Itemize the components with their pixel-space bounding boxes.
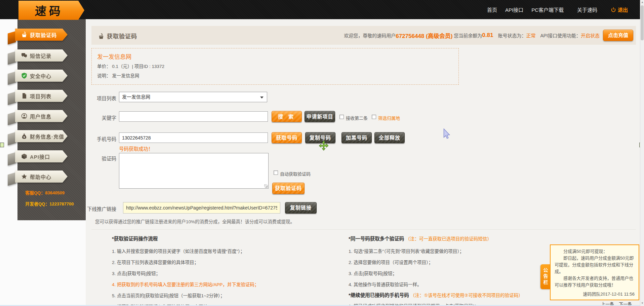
promo-link-label: 下线推广链接 [75, 205, 116, 212]
second-sms-label: 接收第二条 [346, 115, 368, 121]
service-qq: 客服QQ：83640509 [25, 189, 65, 196]
announcement-line: 分成满50元即可提现： [555, 248, 635, 255]
sidebar-item-sms-records[interactable]: 短信记录 [8, 49, 68, 62]
sidebar-item-help-center[interactable]: 帮助中心 [8, 170, 68, 183]
nav-api[interactable]: API接口 [505, 6, 523, 13]
instructions-right-note2: （注：①该号在线才可使用②可接收不同项目的验证码） [410, 293, 523, 298]
project-price-line: 单价： 0.1（元）| 项目ID : 13372 [97, 63, 164, 69]
ribbon-fold [8, 51, 16, 65]
welcome-prefix: 欢迎您，尊敬的速码用户 [344, 32, 396, 39]
resize-handle[interactable] [264, 184, 268, 188]
release-all-button[interactable]: 全部释放 [374, 132, 405, 143]
blacklist-number-button[interactable]: 加黑号码 [341, 132, 372, 143]
instructions-right-title2: *继续使用已接码的手机号码 （注：①该号在线才可使用②可接收不同项目的验证码） [349, 291, 523, 298]
keyword-label: 关键字 [75, 114, 116, 121]
promo-note: 您可以获得通过您的推广链接注册进来的用户10%的消费分成，全网最高！该分成可以消… [95, 218, 295, 225]
announcement-signature: 速码团队2017-12-01 11:56 [555, 291, 635, 297]
sidebar-item-project-list[interactable]: 项目列表 [8, 90, 68, 102]
section-divider [91, 229, 636, 230]
ribbon-fold [8, 132, 16, 146]
document-icon [21, 93, 27, 99]
ribbon-fold [8, 92, 16, 105]
get-code-button[interactable]: 获取验证码 [272, 183, 305, 194]
auto-get-code-checkbox[interactable] [274, 170, 278, 175]
get-number-button[interactable]: 获取号码 [272, 132, 302, 143]
shield-check-icon [21, 73, 27, 79]
scrollbar[interactable]: ▲ ▼ [640, 0, 644, 306]
search-button[interactable]: 搜 索 [272, 111, 302, 122]
ribbon-fold [8, 72, 16, 85]
phone-input[interactable] [119, 132, 268, 143]
instruction-step: 4. 其他操作与普通获取验证码一样。 [349, 281, 422, 288]
instruction-step: 2. 选择您要做的项目（可设置两个项目）； [349, 259, 433, 265]
balance-prefix: 您当前余额为 [454, 32, 482, 39]
nav-about[interactable]: 关于速码 [577, 6, 597, 13]
capture-handle [0, 143, 4, 147]
topbar: 首页 API接口 PC客户端下载 关于速码 退出 [0, 0, 644, 19]
region-filter-checkbox[interactable] [372, 115, 376, 119]
api-status-label: API接口使用功能： [540, 32, 581, 39]
logo-text: 速码 [34, 2, 68, 18]
instruction-step: 3. 点击[获取号码]按钮； [112, 270, 160, 276]
inbox-arrow-icon [98, 33, 104, 39]
welcome-line: 欢迎您，尊敬的速码用户 672756448 (高级会员) 您当前余额为 0.81… [344, 26, 600, 45]
instruction-step: 1. 输入并搜索您要做的项目关键字（如注册百度账号请搜“百度”）； [112, 247, 245, 254]
ribbon-fold [8, 152, 16, 166]
inbox-arrow-icon [21, 32, 27, 38]
new-project-button[interactable]: 申请新项目 [305, 111, 335, 122]
ribbon-fold [8, 31, 16, 45]
copy-number-button[interactable]: 复制号码 [305, 132, 335, 143]
user-circle-icon [21, 113, 27, 119]
sidebar-item-label: 帮助中心 [30, 173, 51, 180]
sidebar-item-security-center[interactable]: 安全中心 [8, 70, 68, 82]
project-info-box: 发一发信息网 单价： 0.1（元）| 项目ID : 13372 说明： 发一发信… [91, 48, 459, 85]
sidebar-item-label: 用户信息 [30, 113, 51, 120]
code-label: 验证码 [75, 155, 116, 162]
developer-qq: 开发者QQ：1223787700 [25, 200, 74, 207]
page-title: 获取验证码 [98, 32, 137, 40]
sidebar-item-get-code[interactable]: 获取验证码 [8, 29, 68, 41]
api-status-value: 开启状态 [581, 32, 600, 39]
sidebar-item-api[interactable]: API接口 [8, 150, 68, 162]
nav-home[interactable]: 首页 [487, 6, 497, 13]
ribbon-fold [8, 112, 16, 125]
user-id: 672756448 (高级会员) [396, 31, 452, 40]
chevron-down-icon [260, 97, 264, 99]
cube-3d-icon [21, 153, 27, 159]
project-name: 发一发信息网 [97, 52, 131, 61]
copy-link-button[interactable]: 复制链接 [285, 202, 317, 214]
logout-button[interactable]: 退出 [611, 6, 628, 13]
project-select[interactable]: 发一发信息网 [119, 92, 267, 102]
instruction-step: 3. 点击[获取号码]按钮； [349, 270, 397, 276]
account-status-value: 正常 [526, 32, 535, 39]
top-navigation: 首页 API接口 PC客户端下载 关于速码 退出 [487, 0, 628, 19]
sidebar-item-user-info[interactable]: 用户信息 [8, 110, 68, 122]
promo-link-input[interactable] [123, 202, 280, 214]
recharge-button[interactable]: 点击充值 [603, 30, 633, 41]
region-filter-label: 筛选归属地 [378, 115, 400, 121]
instruction-step: 5. 点击当前页的[获取验证码]按钮（一般获取1~2分钟）； [112, 292, 225, 299]
account-status-label: 账号状态为： [498, 32, 526, 39]
code-textarea[interactable] [119, 153, 269, 189]
second-sms-checkbox[interactable] [339, 115, 344, 119]
phone-status-message: 号码获取成功！ [119, 145, 153, 152]
logo[interactable]: 速码 [18, 1, 84, 20]
keyword-input[interactable] [119, 111, 268, 122]
announcement-tab[interactable]: 公告栏 [540, 264, 550, 289]
svg-text:$: $ [24, 136, 25, 139]
sidebar-item-label: 项目列表 [30, 92, 51, 100]
announcement-box: 分成满50元即可提现： 即日起，速码用户分成金额满50元即可提现，分成金额包括软… [550, 244, 639, 300]
page-header: 获取验证码 欢迎您，尊敬的速码用户 672756448 (高级会员) 您当前余额… [91, 26, 636, 45]
auto-get-code-label: 自动获取验证码 [280, 170, 311, 177]
scroll-down-icon[interactable]: ▼ [641, 302, 644, 305]
star-icon [21, 174, 27, 180]
instructions-right-title: *同一号码获取多个验证码 （注：可一直获取已选项目的验证码短信） [349, 235, 492, 242]
sidebar-item-finance-recharge[interactable]: $ 财务信息·充值 [8, 130, 68, 142]
project-select-value: 发一发信息网 [122, 94, 150, 100]
scrollbar-thumb[interactable] [641, 5, 644, 40]
scroll-up-icon[interactable]: ▲ [641, 1, 644, 4]
instructions-right-note: （注：可一直获取已选项目的验证码短信） [405, 236, 492, 241]
instruction-step-highlight: 4. 把获取到的手机号码填入您要注册的第三方网站/APP，并下发验证码； [112, 281, 259, 288]
nav-pc-client-download[interactable]: PC客户端下载 [531, 6, 564, 13]
power-icon [611, 7, 616, 12]
